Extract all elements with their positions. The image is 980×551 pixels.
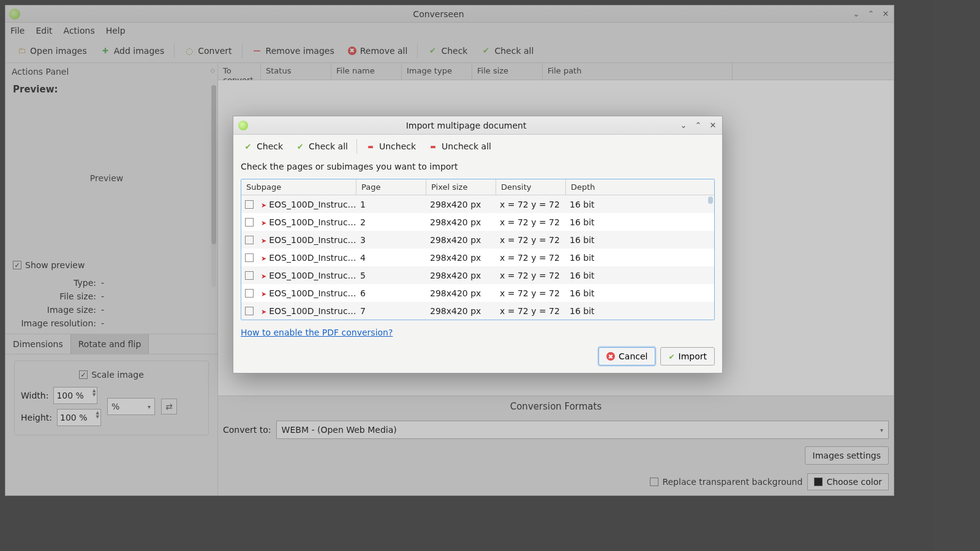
row-checkbox[interactable] [245,271,254,280]
dialog-check-button[interactable]: Check [237,138,289,154]
check-icon [243,141,253,151]
dialog-check-all-label: Check all [309,141,348,151]
th-pixel-size[interactable]: Pixel size [426,179,496,195]
dialog-table: Subpage Page Pixel size Density Depth EO… [241,179,715,320]
row-checkbox[interactable] [245,200,254,209]
density: x = 72 y = 72 [495,200,565,209]
row-checkbox[interactable] [245,307,254,315]
pixel-size: 298x420 px [425,217,495,227]
subpage-name: EOS_100D_Instruc… [269,306,355,316]
pixel-size: 298x420 px [425,271,495,280]
pdf-icon [261,201,266,209]
dialog-instruction: Check the pages or subimages you want to… [241,160,715,174]
pixel-size: 298x420 px [425,306,495,316]
import-icon [668,351,674,361]
dialog-title: Import multipage document [253,121,679,130]
depth: 16 bit [565,271,714,280]
dialog-titlebar: Import multipage document ⌄ ⌃ ✕ [233,116,722,135]
pdf-help-link[interactable]: How to enable the PDF conversion? [241,325,715,337]
dialog-check-all-button[interactable]: Check all [289,138,354,154]
page-number: 1 [355,200,425,209]
pixel-size: 298x420 px [425,288,495,298]
depth: 16 bit [565,288,714,298]
depth: 16 bit [565,306,714,316]
table-row[interactable]: EOS_100D_Instruc…3298x420 pxx = 72 y = 7… [241,231,714,249]
density: x = 72 y = 72 [495,253,565,263]
import-multipage-dialog: Import multipage document ⌄ ⌃ ✕ Check Ch… [233,116,723,373]
subpage-name: EOS_100D_Instruc… [269,200,355,209]
dialog-check-label: Check [257,141,283,151]
subpage-name: EOS_100D_Instruc… [269,253,355,263]
separator [356,139,357,154]
density: x = 72 y = 72 [495,288,565,298]
th-depth[interactable]: Depth [566,179,714,195]
density: x = 72 y = 72 [495,271,565,280]
density: x = 72 y = 72 [495,217,565,227]
subpage-name: EOS_100D_Instruc… [269,217,355,227]
dialog-uncheck-label: Uncheck [379,141,416,151]
depth: 16 bit [565,217,714,227]
density: x = 72 y = 72 [495,306,565,316]
page-number: 4 [355,253,425,263]
page-number: 2 [355,217,425,227]
pdf-icon [261,308,266,316]
th-subpage[interactable]: Subpage [241,179,356,195]
page-number: 6 [355,288,425,298]
depth: 16 bit [565,200,714,209]
page-number: 7 [355,306,425,316]
page-number: 3 [355,235,425,245]
depth: 16 bit [565,235,714,245]
row-checkbox[interactable] [245,236,254,244]
import-label: Import [679,351,707,361]
close-icon[interactable]: ✕ [709,121,717,129]
dialog-uncheck-all-button[interactable]: Uncheck all [422,138,497,154]
dialog-toolbar: Check Check all Uncheck Uncheck all [233,135,722,158]
row-checkbox[interactable] [245,218,254,227]
dialog-rows: EOS_100D_Instruc…1298x420 pxx = 72 y = 7… [241,195,714,320]
table-row[interactable]: EOS_100D_Instruc…4298x420 pxx = 72 y = 7… [241,249,714,266]
table-row[interactable]: EOS_100D_Instruc…2298x420 pxx = 72 y = 7… [241,213,714,231]
pixel-size: 298x420 px [425,235,495,245]
cancel-button[interactable]: Cancel [598,347,655,365]
cancel-label: Cancel [619,351,647,361]
subpage-name: EOS_100D_Instruc… [269,288,355,298]
depth: 16 bit [565,253,714,263]
table-row[interactable]: EOS_100D_Instruc…6298x420 pxx = 72 y = 7… [241,284,714,302]
pdf-icon [261,272,266,280]
subpage-name: EOS_100D_Instruc… [269,235,355,245]
page-number: 5 [355,271,425,280]
th-density[interactable]: Density [496,179,566,195]
pdf-icon [261,290,266,298]
pdf-icon [261,219,266,227]
row-checkbox[interactable] [245,253,254,262]
table-row[interactable]: EOS_100D_Instruc…5298x420 pxx = 72 y = 7… [241,266,714,284]
dialog-scrollbar[interactable] [708,197,713,204]
uncheck-icon [428,141,438,151]
density: x = 72 y = 72 [495,235,565,245]
pixel-size: 298x420 px [425,253,495,263]
th-page[interactable]: Page [356,179,426,195]
maximize-icon[interactable]: ⌃ [694,121,703,129]
uncheck-icon [366,141,375,151]
dialog-uncheck-all-label: Uncheck all [442,141,491,151]
app-icon [238,121,248,130]
check-icon [295,141,305,151]
minimize-icon[interactable]: ⌄ [679,121,688,129]
row-checkbox[interactable] [245,289,254,298]
dialog-uncheck-button[interactable]: Uncheck [360,138,422,154]
table-row[interactable]: EOS_100D_Instruc…1298x420 pxx = 72 y = 7… [241,195,714,213]
table-row[interactable]: EOS_100D_Instruc…7298x420 pxx = 72 y = 7… [241,302,714,320]
import-button[interactable]: Import [660,347,715,365]
pixel-size: 298x420 px [425,200,495,209]
pdf-icon [261,237,266,245]
cancel-icon [606,352,615,361]
pdf-icon [261,255,266,263]
subpage-name: EOS_100D_Instruc… [269,271,355,280]
